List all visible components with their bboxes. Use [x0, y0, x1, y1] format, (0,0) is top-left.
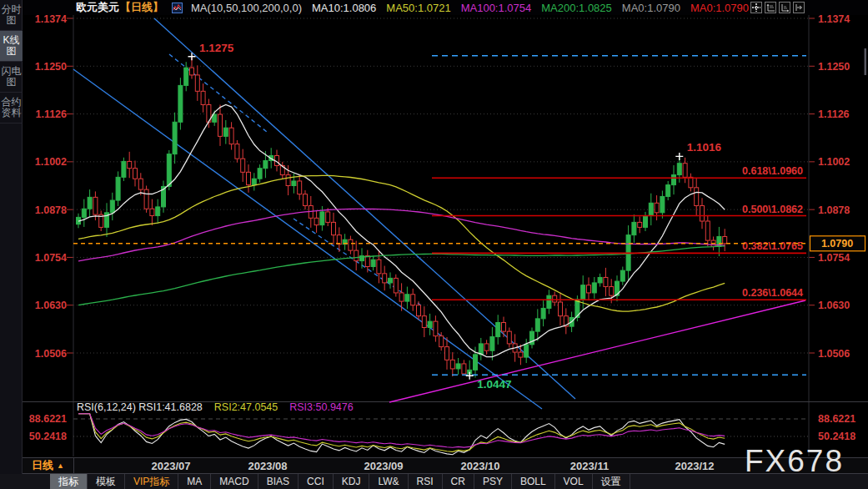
cross-marker — [466, 372, 474, 380]
price-axis-label: 1.0878 — [35, 204, 67, 216]
price-axis-label: 1.1002 — [35, 156, 67, 168]
toolbar-tab-macd[interactable]: MACD — [211, 474, 258, 489]
price-axis-label: 1.0506 — [818, 348, 850, 360]
date-label: 2023/12 — [675, 460, 715, 472]
price-axis-label: 1.1250 — [35, 61, 67, 73]
date-label: 2023/11 — [570, 460, 609, 472]
date-axis: 日线 ▲ 2023/07 2023/08 2023/09 2023/10 202… — [23, 457, 868, 474]
period-selector-label: 日线 — [32, 458, 53, 473]
price-annotation: 1.0447 — [477, 378, 511, 391]
price-axis-label: 1.0630 — [35, 300, 67, 311]
toolbar-tab-templates[interactable]: 模板 — [88, 474, 125, 489]
toolbar-tab-cci[interactable]: CCI — [299, 474, 334, 489]
price-axis-label: 1.1374 — [35, 13, 67, 25]
support-trendline — [389, 300, 805, 402]
price-axis-label: 1.1126 — [818, 108, 850, 120]
toolbar-tab-vol[interactable]: VOL — [555, 474, 593, 489]
fib-level-label: 0.500\1.0862 — [742, 204, 803, 215]
fib-level-label: 0.618\1.0960 — [742, 165, 803, 177]
price-axis-label: 1.0630 — [818, 300, 850, 311]
period-selector[interactable]: 日线 ▲ — [23, 458, 74, 473]
rsi2-value: RSI2:47.0545 — [214, 401, 278, 413]
price-axis-label: 1.0754 — [818, 252, 850, 264]
rsi24-line — [78, 414, 725, 448]
rsi3-value: RSI3:50.9476 — [289, 401, 353, 413]
price-axis-label: 1.0506 — [35, 348, 67, 360]
price-axis-label: 1.0754 — [35, 252, 67, 264]
cross-marker — [675, 153, 683, 160]
toolbar-tab-vip-indicators[interactable]: VIP指标 — [125, 474, 178, 489]
trend-drawings[interactable] — [73, 18, 805, 409]
toolbar-tab-indicators[interactable]: 指标 — [50, 474, 88, 489]
price-axis-label: 1.1002 — [818, 156, 850, 168]
chart-canvas[interactable]: 1.13741.13741.12501.12501.11261.11261.10… — [0, 0, 868, 489]
price-annotation: 1.1275 — [199, 42, 234, 54]
rsi-axis-label: 88.6221 — [818, 413, 855, 425]
channel-line-lower — [73, 69, 542, 409]
trading-app-window: 1.13741.13741.12501.12501.11261.11261.10… — [0, 0, 868, 489]
toolbar-tab-cr[interactable]: CR — [443, 474, 474, 489]
current-price-box: 1.0790 — [810, 235, 865, 251]
price-axis-label: 1.1126 — [35, 108, 67, 120]
date-label: 2023/07 — [152, 460, 191, 472]
rsi-axis-label: 88.6221 — [29, 413, 67, 425]
price-annotation: 1.1016 — [687, 141, 722, 154]
rsi-indicator-header: RSI(6,12,24) RSI1:41.6828 RSI2:47.0545 R… — [77, 401, 354, 413]
date-label: 2023/10 — [461, 460, 500, 472]
toolbar-tab-rsi[interactable]: RSI — [409, 474, 443, 489]
candlestick-series — [77, 57, 727, 378]
current-price-value: 1.0790 — [821, 238, 853, 250]
fibonacci-retracement[interactable]: 0.618\1.09600.500\1.08620.382\1.07650.23… — [432, 56, 806, 376]
toolbar-tab-ma[interactable]: MA — [178, 474, 211, 489]
price-grid: 1.13741.13741.12501.12501.11261.11261.10… — [23, 13, 868, 457]
rsi12-line — [78, 414, 725, 452]
fib-level-label: 0.382\1.0765 — [742, 240, 803, 252]
toolbar-tab-psy[interactable]: PSY — [474, 474, 512, 489]
rsi-axis-label: 50.2418 — [818, 431, 855, 442]
toolbar-tab-lw[interactable]: LW& — [369, 474, 408, 489]
date-label: 2023/08 — [248, 460, 288, 472]
scrollbar-thumb[interactable] — [865, 48, 867, 75]
bottom-toolbar: 指标 模板 VIP指标 MA MACD BIAS CCI KDJ LW& RSI… — [0, 474, 868, 489]
toolbar-tab-bias[interactable]: BIAS — [258, 474, 299, 489]
toolbar-tab-kdj[interactable]: KDJ — [334, 474, 370, 489]
price-axis-label: 1.1374 — [818, 13, 850, 25]
rsi-axis-label: 50.2418 — [29, 431, 67, 442]
date-label: 2023/09 — [364, 460, 404, 472]
rsi-panel: 88.622188.622150.241850.2418 — [29, 413, 855, 455]
toolbar-tab-boll[interactable]: BOLL — [512, 474, 555, 489]
rsi1-value: RSI(6,12,24) RSI1:41.6828 — [77, 401, 203, 413]
toolbar-tab-settings[interactable]: 设置 — [593, 474, 630, 489]
triangle-up-icon: ▲ — [57, 461, 64, 470]
price-axis-label: 1.0878 — [818, 204, 850, 216]
fib-level-label: 0.236\1.0644 — [742, 287, 803, 299]
price-axis-label: 1.1250 — [818, 61, 850, 73]
